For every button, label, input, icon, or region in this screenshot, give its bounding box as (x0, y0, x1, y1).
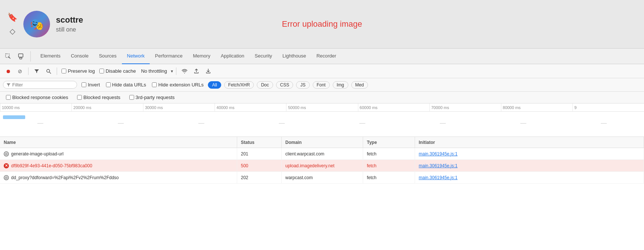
timeline-bar (3, 115, 25, 119)
preserve-log-checkbox[interactable]: Preserve log (62, 68, 95, 74)
tab-elements[interactable]: Elements (35, 49, 66, 64)
network-toolbar: ⏺ ⊘ Preserve log Disable cache No thrott… (0, 64, 644, 78)
bookmark-icon: 🔖 (7, 13, 17, 22)
filter-tag-css[interactable]: CSS (276, 81, 293, 89)
user-name: scottre (56, 15, 83, 25)
fetch-icon (4, 175, 9, 180)
svg-rect-1 (19, 54, 23, 57)
devtools-tool-icons (3, 51, 31, 62)
timeline-body: — — — — — — — — (0, 112, 644, 137)
cell-type: fetch (363, 172, 415, 183)
avatar: 🎭 (23, 11, 50, 37)
filter-tag-all[interactable]: All (208, 81, 221, 89)
user-subtitle: still one (56, 26, 83, 33)
blocked-cookies-checkbox[interactable]: Blocked response cookies (6, 95, 68, 100)
cell-name: dd_proxy?ddforward=%2Fapi%2Fv2%2Frum%2Fd… (0, 172, 237, 183)
tick-8: 80000 ms (501, 103, 572, 111)
timeline-dashes: — — — — — — — — (0, 120, 644, 126)
filter-tag-med[interactable]: Med (351, 81, 368, 89)
chevron-down-icon[interactable]: ▾ (171, 69, 173, 74)
tab-performance[interactable]: Performance (150, 49, 187, 64)
col-header-type[interactable]: Type (363, 137, 415, 148)
filter-bar: Invert Hide data URLs Hide extension URL… (0, 78, 644, 92)
cell-domain: upload.imagedelivery.net (282, 160, 363, 171)
tick-7: 70000 ms (429, 103, 501, 111)
cell-status: 202 (237, 172, 282, 183)
cell-initiator[interactable]: main.3061945e.js:1 (415, 172, 644, 183)
col-header-name[interactable]: Name (0, 137, 237, 148)
user-info: scottre still one (56, 15, 83, 33)
network-table: Name Status Domain Type Initiator genera… (0, 137, 644, 184)
fetch-error-icon: ✕ (4, 163, 9, 168)
tick-1: 10000 ms (0, 103, 72, 111)
fetch-icon (4, 151, 9, 157)
download-har-button[interactable] (203, 66, 213, 76)
table-row[interactable]: ✕ df9b929f-4e93-441e-d050-75bf983ca000 5… (0, 160, 644, 172)
tab-memory[interactable]: Memory (188, 49, 216, 64)
filter-tag-fetch-xhr[interactable]: Fetch/XHR (224, 81, 254, 89)
disable-cache-checkbox[interactable]: Disable cache (99, 68, 136, 74)
svg-point-3 (47, 69, 50, 72)
filter-input[interactable] (12, 82, 68, 88)
tick-4: 40000 ms (215, 103, 286, 111)
third-party-checkbox[interactable]: 3rd-party requests (129, 95, 175, 100)
filter-button[interactable] (31, 66, 42, 76)
cell-initiator[interactable]: main.3061945e.js:1 (415, 160, 644, 171)
tab-lighthouse[interactable]: Lighthouse (277, 49, 311, 64)
filter-funnel-icon (6, 83, 11, 87)
col-header-initiator[interactable]: Initiator (415, 137, 644, 148)
svg-rect-2 (20, 57, 22, 59)
cell-status: 500 (237, 160, 282, 171)
selector-tool-icon[interactable] (3, 51, 13, 62)
search-button[interactable] (43, 66, 54, 76)
network-timeline: 10000 ms 20000 ms 30000 ms 40000 ms 5000… (0, 103, 644, 137)
filter-tag-font[interactable]: Font (313, 81, 330, 89)
table-header: Name Status Domain Type Initiator (0, 137, 644, 148)
tab-security[interactable]: Security (249, 49, 277, 64)
tab-application[interactable]: Application (216, 49, 250, 64)
table-row[interactable]: dd_proxy?ddforward=%2Fapi%2Fv2%2Frum%2Fd… (0, 172, 644, 184)
timeline-ruler: 10000 ms 20000 ms 30000 ms 40000 ms 5000… (0, 103, 644, 112)
hide-data-urls-checkbox[interactable]: Hide data URLs (106, 82, 146, 88)
filter-tag-img[interactable]: Img (333, 81, 348, 89)
filter-tag-js[interactable]: JS (296, 81, 309, 89)
invert-checkbox[interactable]: Invert (82, 82, 100, 88)
tab-recorder[interactable]: Recorder (311, 49, 341, 64)
toolbar-divider-1 (28, 68, 29, 75)
table-row[interactable]: generate-image-upload-url 201 client.war… (0, 148, 644, 160)
clear-button[interactable]: ⊘ (15, 66, 25, 76)
tab-sources[interactable]: Sources (94, 49, 122, 64)
cell-type: fetch (363, 160, 415, 171)
devtools-tab-bar: Elements Console Sources Network Perform… (0, 49, 644, 64)
tick-6: 60000 ms (358, 103, 429, 111)
cell-domain: client.warpcast.com (282, 148, 363, 159)
wifi-icon[interactable] (179, 66, 190, 76)
record-button[interactable]: ⏺ (3, 66, 13, 76)
browser-top: 🔖 ◇ 🎭 scottre still one Error uploading … (0, 0, 644, 48)
throttle-dropdown[interactable]: No throttling (139, 68, 169, 75)
diamond-icon: ◇ (10, 27, 15, 36)
tick-2: 20000 ms (72, 103, 143, 111)
tick-5: 50000 ms (286, 103, 358, 111)
error-message: Error uploading image (282, 19, 362, 29)
filter-input-wrap (3, 81, 77, 89)
tab-network[interactable]: Network (122, 49, 150, 64)
filter-tag-doc[interactable]: Doc (257, 81, 273, 89)
cell-name: generate-image-upload-url (0, 148, 237, 159)
upload-har-button[interactable] (191, 66, 202, 76)
cell-initiator[interactable]: main.3061945e.js:1 (415, 148, 644, 159)
hide-extension-urls-checkbox[interactable]: Hide extension URLs (152, 82, 203, 88)
tick-3: 30000 ms (143, 103, 215, 111)
cell-status: 201 (237, 148, 282, 159)
tab-console[interactable]: Console (66, 49, 94, 64)
col-header-status[interactable]: Status (237, 137, 282, 148)
toolbar-divider-2 (57, 68, 57, 75)
checkbox-row: Blocked response cookies Blocked request… (0, 92, 644, 103)
col-header-domain[interactable]: Domain (282, 137, 363, 148)
cell-name: ✕ df9b929f-4e93-441e-d050-75bf983ca000 (0, 160, 237, 171)
blocked-requests-checkbox[interactable]: Blocked requests (77, 95, 120, 100)
tick-9: 9 (572, 103, 644, 111)
device-toggle-icon[interactable] (16, 51, 26, 62)
devtools-panel: Elements Console Sources Network Perform… (0, 48, 644, 184)
toolbar-divider-3 (176, 68, 176, 75)
